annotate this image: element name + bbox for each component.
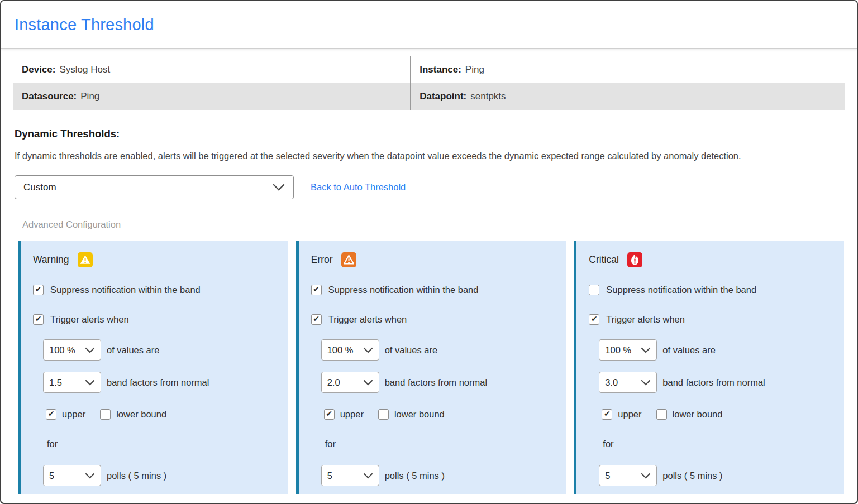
band-factor-select[interactable]: 1.5: [43, 372, 101, 393]
chevron-down-icon: [273, 184, 285, 191]
warning-panel: Warning Suppress notification within the…: [18, 241, 288, 494]
error-triangle-icon: [341, 252, 356, 267]
polls-select[interactable]: 5: [43, 465, 101, 486]
chevron-down-icon: [641, 347, 651, 353]
page-title: Instance Threshold: [15, 16, 154, 34]
upper-bound-label: upper: [618, 409, 641, 420]
instance-cell: Instance: Ping: [411, 56, 845, 83]
dynamic-thresholds-section: Dynamic Thresholds: If dynamic threshold…: [1, 128, 857, 230]
lower-bound-checkbox[interactable]: [656, 409, 667, 420]
upper-bound-label: upper: [62, 409, 85, 420]
lower-bound-label: lower bound: [116, 409, 166, 420]
device-label: Device:: [22, 64, 55, 75]
datasource-cell: Datasource: Ping: [13, 83, 411, 110]
info-table: Device: Syslog Host Instance: Ping Datas…: [13, 56, 845, 110]
polls-label: polls ( 5 mins ): [662, 471, 722, 481]
datapoint-label: Datapoint:: [420, 91, 466, 102]
suppress-notification-checkbox[interactable]: [589, 285, 599, 295]
chevron-down-icon: [85, 473, 95, 479]
panel-title: Warning: [33, 254, 69, 266]
band-factors-label: band factors from normal: [107, 377, 209, 388]
panel-title: Error: [311, 254, 333, 266]
back-to-auto-threshold-link[interactable]: Back to Auto Threshold: [311, 182, 406, 193]
instance-value: Ping: [465, 64, 484, 75]
error-panel: Error Suppress notification within the b…: [296, 241, 566, 494]
chevron-down-icon: [641, 473, 651, 479]
device-value: Syslog Host: [59, 64, 110, 75]
band-factor-select[interactable]: 3.0: [599, 372, 657, 393]
polls-select[interactable]: 5: [599, 465, 657, 486]
trigger-alerts-checkbox[interactable]: [33, 314, 44, 325]
for-label: for: [603, 439, 613, 449]
of-values-label: of values are: [662, 345, 715, 356]
for-label: for: [47, 439, 58, 449]
upper-bound-checkbox[interactable]: [602, 409, 612, 420]
lower-bound-label: lower bound: [673, 409, 723, 420]
of-values-label: of values are: [385, 345, 437, 356]
polls-select[interactable]: 5: [321, 465, 379, 486]
datapoint-cell: Datapoint: sentpkts: [411, 83, 845, 110]
lower-bound-checkbox[interactable]: [100, 409, 111, 420]
title-bar: Instance Threshold: [1, 1, 857, 49]
chevron-down-icon: [363, 347, 373, 353]
warning-triangle-icon: [78, 252, 93, 267]
band-factors-label: band factors from normal: [662, 377, 765, 388]
band-factor-select[interactable]: 2.0: [321, 372, 379, 393]
of-values-label: of values are: [107, 345, 159, 356]
upper-bound-checkbox[interactable]: [324, 409, 335, 420]
threshold-mode-value: Custom: [23, 182, 56, 193]
datasource-value: Ping: [80, 91, 99, 102]
lower-bound-label: lower bound: [394, 409, 445, 420]
trigger-alerts-label: Trigger alerts when: [50, 314, 129, 325]
polls-label: polls ( 5 mins ): [107, 471, 166, 481]
suppress-notification-checkbox[interactable]: [311, 285, 322, 295]
band-factors-label: band factors from normal: [385, 377, 487, 388]
chevron-down-icon: [363, 380, 373, 386]
advanced-configuration-label[interactable]: Advanced Configuration: [22, 219, 843, 230]
instance-label: Instance:: [420, 64, 461, 75]
severity-panels: Warning Suppress notification within the…: [18, 241, 844, 494]
for-label: for: [325, 439, 336, 449]
critical-panel: Critical Suppress notification within th…: [574, 241, 844, 494]
percent-values-select[interactable]: 100 %: [321, 339, 379, 361]
trigger-alerts-label: Trigger alerts when: [606, 314, 685, 325]
percent-values-select[interactable]: 100 %: [43, 339, 101, 361]
lower-bound-checkbox[interactable]: [378, 409, 389, 420]
table-row: Device: Syslog Host Instance: Ping: [13, 56, 845, 83]
panel-title: Critical: [589, 254, 618, 266]
suppress-notification-label: Suppress notification within the band: [328, 285, 479, 295]
critical-flame-icon: [627, 252, 642, 267]
upper-bound-label: upper: [340, 409, 364, 420]
trigger-alerts-label: Trigger alerts when: [328, 314, 407, 325]
percent-values-select[interactable]: 100 %: [599, 339, 657, 361]
chevron-down-icon: [85, 380, 95, 386]
chevron-down-icon: [85, 347, 95, 353]
suppress-notification-label: Suppress notification within the band: [606, 285, 756, 295]
instance-threshold-dialog: Instance Threshold Device: Syslog Host I…: [0, 0, 858, 504]
chevron-down-icon: [363, 473, 373, 479]
polls-label: polls ( 5 mins ): [385, 471, 445, 481]
suppress-notification-label: Suppress notification within the band: [50, 285, 201, 295]
datapoint-value: sentpkts: [470, 91, 506, 102]
trigger-alerts-checkbox[interactable]: [589, 314, 599, 325]
chevron-down-icon: [641, 380, 651, 386]
datasource-label: Datasource:: [22, 91, 77, 102]
suppress-notification-checkbox[interactable]: [33, 285, 44, 295]
threshold-mode-select[interactable]: Custom: [15, 175, 294, 199]
section-heading: Dynamic Thresholds:: [15, 128, 843, 140]
section-description: If dynamic thresholds are enabled, alert…: [15, 151, 843, 161]
upper-bound-checkbox[interactable]: [46, 409, 56, 420]
table-row: Datasource: Ping Datapoint: sentpkts: [13, 83, 845, 110]
device-cell: Device: Syslog Host: [13, 56, 411, 83]
trigger-alerts-checkbox[interactable]: [311, 314, 322, 325]
